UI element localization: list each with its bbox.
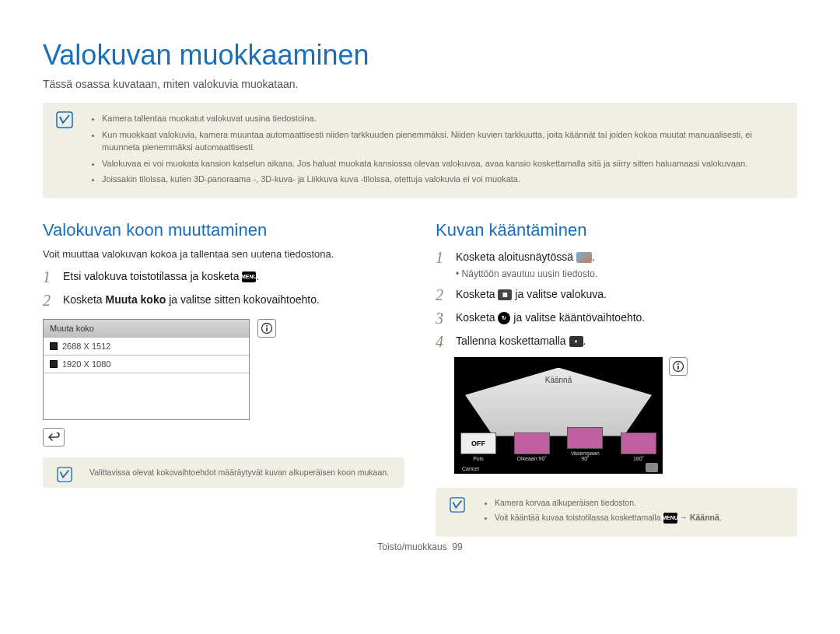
resize-section: Valokuvan koon muuttaminen Voit muuttaa … bbox=[43, 220, 404, 538]
top-note-item: Kun muokkaat valokuvia, kamera muuntaa a… bbox=[102, 128, 786, 154]
rotate-option-left90[interactable]: Vasempaan 90˚ bbox=[567, 427, 603, 461]
resize-step2: Kosketa Muuta koko ja valitse sitten kok… bbox=[63, 292, 404, 308]
grid-icon: ▦ bbox=[498, 289, 512, 300]
info-button[interactable] bbox=[257, 319, 276, 338]
back-button[interactable] bbox=[43, 428, 65, 447]
top-note-item: Joissakin tiloissa, kuten 3D-panoraama -… bbox=[102, 173, 786, 186]
note-icon bbox=[448, 496, 467, 514]
step-number: 2 bbox=[43, 292, 55, 308]
save-button[interactable] bbox=[646, 463, 658, 472]
step-number: 2 bbox=[436, 287, 448, 303]
save-icon: ▪ bbox=[569, 336, 583, 347]
resize-note-box: Valittavissa olevat kokovaihtoehdot määr… bbox=[43, 457, 404, 489]
resize-subtext: Voit muuttaa valokuvan kokoa ja tallenta… bbox=[43, 248, 404, 260]
size-icon bbox=[50, 342, 58, 350]
rotate-note-item: Kamera korvaa alkuperäisen tiedoston. bbox=[495, 497, 786, 510]
rotate-step3: Kosketa ↻ ja valitse kääntövaihtoehto. bbox=[456, 310, 797, 326]
rotate-ss-title: Käännä bbox=[454, 376, 663, 384]
rotate-note-item: Voit kääntää kuvaa toistotilassa koskett… bbox=[495, 512, 786, 524]
page-title: Valokuvan muokkaaminen bbox=[43, 39, 797, 72]
resize-note-text: Valittavissa olevat kokovaihtoehdot määr… bbox=[89, 468, 389, 477]
photo-icon bbox=[576, 252, 592, 263]
resize-screenshot: Muuta koko 2688 X 1512 1920 X 1080 bbox=[43, 319, 276, 447]
resize-heading: Valokuvan koon muuttaminen bbox=[43, 220, 404, 240]
note-icon bbox=[55, 465, 74, 484]
info-button[interactable] bbox=[669, 357, 688, 376]
resize-menu-title: Muuta koko bbox=[44, 320, 249, 337]
step-number: 4 bbox=[436, 334, 448, 349]
resize-option[interactable]: 1920 X 1080 bbox=[44, 355, 249, 373]
svg-rect-7 bbox=[677, 366, 679, 370]
rotate-option-off[interactable]: OFF Pois bbox=[460, 433, 496, 461]
step-number: 1 bbox=[436, 250, 448, 265]
rotate-screenshot: Käännä OFF Pois Oikeaan 90˚ Vasempaan bbox=[454, 357, 688, 474]
svg-rect-3 bbox=[266, 328, 268, 331]
rotate-option-180[interactable]: 180˚ bbox=[621, 433, 656, 461]
top-note-item: Kamera tallentaa muokatut valokuvat uusi… bbox=[102, 112, 786, 125]
resize-step1: Etsi valokuva toistotilassa ja kosketa M… bbox=[63, 269, 404, 285]
rotate-step1: Kosketa aloitusnäytössä . bbox=[456, 250, 797, 265]
step-number: 3 bbox=[436, 310, 448, 326]
top-note-item: Valokuvaa ei voi muokata kansion katselu… bbox=[102, 157, 786, 170]
svg-point-2 bbox=[266, 325, 268, 327]
svg-point-6 bbox=[677, 363, 679, 365]
top-note-box: Kamera tallentaa muokatut valokuvat uusi… bbox=[43, 103, 797, 198]
step-number: 1 bbox=[43, 269, 55, 285]
page-footer: Toisto/muokkaus 99 bbox=[43, 541, 797, 552]
menu-icon: MENU bbox=[663, 513, 677, 524]
menu-icon: MENU bbox=[242, 271, 256, 282]
rotate-heading: Kuvan kääntäminen bbox=[436, 220, 797, 240]
rotate-option-right90[interactable]: Oikeaan 90˚ bbox=[514, 433, 550, 461]
cancel-button[interactable]: Cancel bbox=[459, 465, 482, 472]
rotate-note-box: Kamera korvaa alkuperäisen tiedoston. Vo… bbox=[436, 488, 797, 538]
rotate-section: Kuvan kääntäminen 1 Kosketa aloitusnäytö… bbox=[436, 220, 797, 538]
resize-option[interactable]: 2688 X 1512 bbox=[44, 337, 249, 355]
rotate-step4: Tallenna koskettamalla ▪. bbox=[456, 334, 797, 349]
rotate-step1-sub: • Näyttöön avautuu uusin tiedosto. bbox=[456, 268, 797, 279]
size-icon bbox=[50, 360, 58, 368]
intro-text: Tässä osassa kuvataan, miten valokuvia m… bbox=[43, 78, 797, 90]
rotate-icon: ↻ bbox=[498, 312, 510, 324]
note-icon bbox=[55, 110, 74, 129]
rotate-step2: Kosketa ▦ ja valitse valokuva. bbox=[456, 287, 797, 303]
